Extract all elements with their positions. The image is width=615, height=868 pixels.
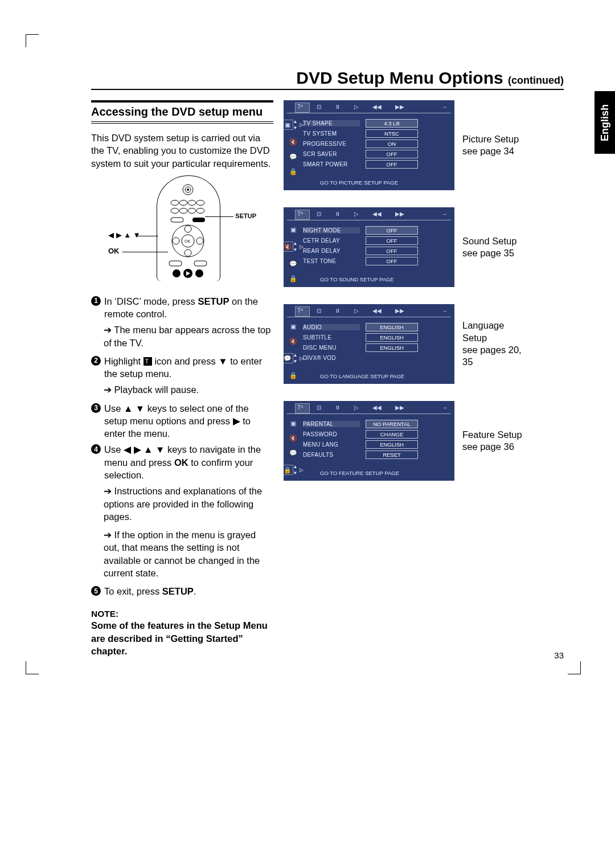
osd-side-icon: 🔒 xyxy=(284,466,292,473)
osd-row-value: OFF xyxy=(366,236,418,245)
osd-row: PASSWORD CHANGE xyxy=(303,429,451,439)
osd-footer: GO TO LANGUAGE SETUP PAGE xyxy=(320,373,451,379)
osd-row: DIVX® VOD xyxy=(303,353,451,363)
osd-row: TEST TONE OFF xyxy=(303,256,451,266)
step-2: 2Highlight icon and press ▼ to enter the… xyxy=(91,355,273,380)
osd-row-value: OFF xyxy=(366,160,418,169)
osd-side-icon: 🔒 xyxy=(289,372,297,379)
svg-point-9 xyxy=(188,208,196,213)
page-number: 33 xyxy=(554,650,564,660)
osd-row-label: DEFAULTS xyxy=(303,452,360,458)
note-body: Some of the features in the Setup Menu a… xyxy=(91,619,273,657)
svg-point-7 xyxy=(171,208,179,213)
note-heading: NOTE: xyxy=(91,609,273,619)
osd-row: REAR DELAY OFF xyxy=(303,245,451,256)
osd-row: SUBTITLE ENGLISH xyxy=(303,332,451,342)
osd-side-icon: 💬 xyxy=(289,449,297,456)
osd-row-value: ENGLISH xyxy=(366,333,418,342)
svg-rect-11 xyxy=(171,218,183,222)
step-3: 3Use ▲ ▼ keys to select one of the setup… xyxy=(91,402,273,440)
osd-footer: GO TO PICTURE SETUP PAGE xyxy=(320,179,451,186)
remote-illustration: OK SETUP ◀ ▶ ▲ ▼ OK xyxy=(108,175,256,284)
osd-side-icon: 🔇 xyxy=(284,243,292,250)
svg-point-5 xyxy=(188,200,196,205)
step-4-sub-a: Instructions and explanations of the opt… xyxy=(104,485,273,523)
osd-footer: GO TO FEATURE SETUP PAGE xyxy=(320,470,451,476)
osd-row-value: ENGLISH xyxy=(366,343,418,352)
osd-row: TV SHAPE 4:3 LB xyxy=(303,118,451,128)
osd-side-icon: 💬 xyxy=(289,260,297,267)
osd-row-value: CHANGE xyxy=(366,430,418,439)
osd-row-value: OFF xyxy=(366,257,418,265)
osd-row-label: TEST TONE xyxy=(303,258,360,264)
page-title: DVD Setup Menu Options (continued) xyxy=(91,68,564,90)
step-4: 4Use ◀ ▶ ▲ ▼ keys to navigate in the men… xyxy=(91,443,273,481)
setup-menu-icon xyxy=(144,357,152,366)
remote-ok-label: OK xyxy=(108,247,120,255)
svg-point-18 xyxy=(184,226,191,232)
osd-row: AUDIO ENGLISH xyxy=(303,322,451,332)
osd-row-value: RESET xyxy=(366,451,418,459)
svg-point-19 xyxy=(184,249,191,256)
osd-row-value: OFF xyxy=(366,150,418,158)
osd-row: PROGRESSIVE ON xyxy=(303,138,451,149)
section-heading: Accessing the DVD setup menu xyxy=(91,100,273,124)
osd-row: SCR SAVER OFF xyxy=(303,149,451,159)
osd-row-label: CETR DELAY xyxy=(303,238,360,244)
osd-side-icon: 🔇 xyxy=(289,338,297,345)
step-1: 1In ‘DISC’ mode, press SETUP on the remo… xyxy=(91,295,273,321)
osd-row-label: PASSWORD xyxy=(303,431,360,437)
svg-point-25 xyxy=(195,269,203,277)
svg-point-22 xyxy=(173,269,181,277)
osd-row-value: 4:3 LB xyxy=(366,119,418,128)
osd-row-label: REAR DELAY xyxy=(303,248,360,254)
osd-caption-feature: Feature Setupsee page 36 xyxy=(462,429,528,453)
osd-row-value: OFF xyxy=(366,247,418,255)
osd-row-label: DIVX® VOD xyxy=(303,355,360,361)
osd-language: Tᴬ⊡⏸▷◀◀▶▶→ ▣ 🔇 💬 ▲▼▷ 🔒 AUDIO ENGLISH SUB… xyxy=(284,304,454,384)
svg-point-3 xyxy=(171,200,179,205)
osd-sound: Tᴬ⊡⏸▷◀◀▶▶→ ▣ 🔇 ▲▼▷ 💬 🔒 NIGHT MODE OFF CE… xyxy=(284,207,454,287)
remote-setup-label: SETUP xyxy=(235,212,256,219)
osd-row-value: ENGLISH xyxy=(366,440,418,449)
osd-row: SMART POWER OFF xyxy=(303,159,451,169)
svg-point-16 xyxy=(173,238,179,244)
osd-row-value: ENGLISH xyxy=(366,323,418,331)
osd-side-icon: 💬 xyxy=(289,153,297,160)
osd-row-label: SMART POWER xyxy=(303,161,360,167)
osd-side-icon: 🔇 xyxy=(289,435,297,441)
osd-row-label: PARENTAL xyxy=(303,421,360,427)
osd-side-icon: ▣ xyxy=(284,121,292,128)
osd-row: MENU LANG ENGLISH xyxy=(303,439,451,449)
osd-row: DISC MENU ENGLISH xyxy=(303,342,451,353)
svg-point-8 xyxy=(179,208,187,213)
osd-row: NIGHT MODE OFF xyxy=(303,225,451,235)
osd-row-label: SUBTITLE xyxy=(303,334,360,341)
osd-row-label: DISC MENU xyxy=(303,345,360,351)
osd-row-label: TV SHAPE xyxy=(303,120,360,126)
osd-row: TV SYSTEM NTSC xyxy=(303,128,451,138)
step-2-sub: Playback will pause. xyxy=(104,383,273,396)
osd-side-icon: 🔇 xyxy=(289,138,297,145)
language-tab: English xyxy=(594,91,615,154)
step-1-sub: The menu bar appears across the top of t… xyxy=(104,324,273,349)
osd-caption-language: Language Setupsee pages 20, 35 xyxy=(462,320,528,369)
osd-side-icon: 🔒 xyxy=(289,168,297,175)
osd-caption-sound: Sound Setupsee page 35 xyxy=(462,235,528,260)
step-5: 5To exit, press SETUP. xyxy=(91,585,273,597)
osd-row-value: OFF xyxy=(366,226,418,235)
osd-row: CETR DELAY OFF xyxy=(303,235,451,245)
step-4-sub-b: If the option in the menu is grayed out,… xyxy=(104,529,273,579)
svg-text:OK: OK xyxy=(184,239,190,243)
osd-footer: GO TO SOUND SETUP PAGE xyxy=(320,276,451,282)
osd-side-icon: 💬 xyxy=(284,355,292,362)
osd-side-icon: ▣ xyxy=(289,323,297,330)
osd-row-label: TV SYSTEM xyxy=(303,130,360,137)
svg-rect-21 xyxy=(194,261,207,266)
remote-arrows-label: ◀ ▶ ▲ ▼ xyxy=(108,231,141,239)
svg-point-2 xyxy=(187,189,189,191)
osd-row-label: NIGHT MODE xyxy=(303,227,360,234)
osd-picture: Tᴬ⊡⏸▷◀◀▶▶→ ▣ ▲▼▷ 🔇 💬 🔒 TV SHAPE 4:3 LB T… xyxy=(284,100,454,190)
svg-point-4 xyxy=(179,200,187,205)
osd-side-icon: 🔒 xyxy=(289,275,297,282)
